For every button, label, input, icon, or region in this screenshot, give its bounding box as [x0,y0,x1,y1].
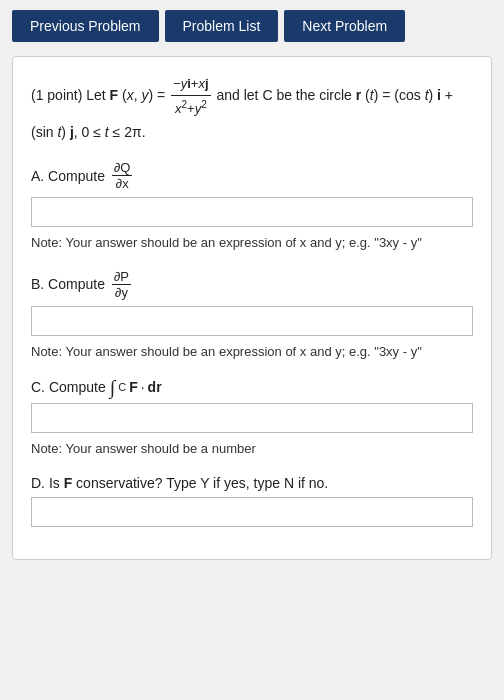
part-c-section: C. Compute ∫C F · dr Note: Your answer s… [31,377,473,459]
fraction-numerator: −yi+xj [171,73,210,96]
fraction-denominator: x2+y2 [173,96,209,120]
integral-dot: · [141,379,145,395]
part-c-integral: ∫C F · dr [110,377,162,397]
top-navigation: Previous Problem Problem List Next Probl… [0,0,504,48]
prev-problem-button[interactable]: Previous Problem [12,10,159,42]
part-c-input[interactable] [31,403,473,433]
part-a-note: Note: Your answer should be an expressio… [31,233,473,253]
part-b-denom: ∂y [113,285,130,300]
part-d-input[interactable] [31,497,473,527]
problem-statement: (1 point) Let F (x, y) = −yi+xj x2+y2 an… [31,73,473,144]
part-a-fraction: ∂Q ∂x [112,160,133,191]
part-d-text: D. Is F conservative? Type Y if yes, typ… [31,475,328,491]
integral-F: F [129,379,138,395]
part-a-text: A. Compute [31,168,105,184]
part-b-note: Note: Your answer should be an expressio… [31,342,473,362]
integral-symbol: ∫ [110,377,115,397]
problem-card: (1 point) Let F (x, y) = −yi+xj x2+y2 an… [12,56,492,560]
part-b-text: B. Compute [31,276,105,292]
part-b-label: B. Compute ∂P ∂y [31,269,473,300]
part-a-section: A. Compute ∂Q ∂x Note: Your answer shoul… [31,160,473,253]
part-b-fraction: ∂P ∂y [112,269,131,300]
part-a-label: A. Compute ∂Q ∂x [31,160,473,191]
part-a-denom: ∂x [114,176,131,191]
vector-fraction: −yi+xj x2+y2 [171,73,210,121]
part-c-text: C. Compute [31,379,106,395]
part-d-section: D. Is F conservative? Type Y if yes, typ… [31,475,473,533]
part-b-numer: ∂P [112,269,131,285]
integral-dr: dr [148,379,162,395]
points-label: (1 point) [31,87,82,103]
part-c-label: C. Compute ∫C F · dr [31,377,473,397]
part-b-section: B. Compute ∂P ∂y Note: Your answer shoul… [31,269,473,362]
intro-text: Let F (x, y) = [86,87,169,103]
part-b-input[interactable] [31,306,473,336]
next-problem-button[interactable]: Next Problem [284,10,405,42]
part-a-input[interactable] [31,197,473,227]
problem-list-button[interactable]: Problem List [165,10,279,42]
part-a-numer: ∂Q [112,160,133,176]
part-c-note: Note: Your answer should be a number [31,439,473,459]
part-d-label: D. Is F conservative? Type Y if yes, typ… [31,475,473,491]
integral-sub-c: C [118,381,126,393]
